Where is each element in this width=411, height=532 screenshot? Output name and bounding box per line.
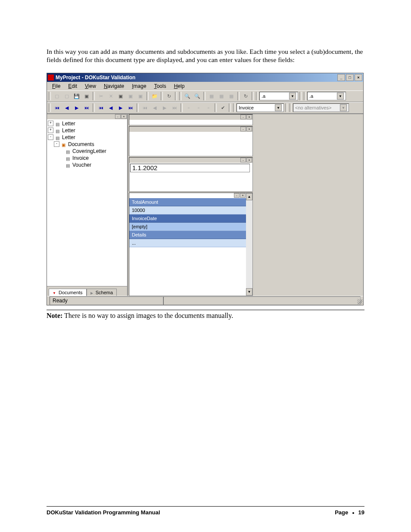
tree-item[interactable]: + ▤ Letter xyxy=(48,120,127,127)
tree-item[interactable]: ▤ CoveringLetter xyxy=(48,148,127,155)
field-value-invoicedate[interactable]: [empty] xyxy=(129,223,246,231)
tree-label: Voucher xyxy=(72,162,91,168)
field-header-totalamount[interactable]: TotalAmount xyxy=(129,198,246,206)
copy-icon[interactable]: ▣ xyxy=(116,91,125,101)
tab-documents[interactable]: ▼ Documents xyxy=(49,289,87,296)
mark3-icon[interactable]: ▫ xyxy=(204,103,213,112)
fit2-icon[interactable]: ▦ xyxy=(217,91,226,101)
panel-pin-icon[interactable]: - xyxy=(240,115,246,119)
alternatives-combo: <no alternatives> ▼ xyxy=(293,103,349,112)
nav-first-icon[interactable]: ⏮ xyxy=(52,103,62,112)
nav-next2-icon[interactable]: ▶ xyxy=(116,103,125,112)
field-value-input[interactable] xyxy=(130,164,250,172)
nav-first2-icon[interactable]: ⏮ xyxy=(96,103,106,112)
statusbar: Ready xyxy=(47,296,363,305)
rotate-icon[interactable]: ↻ xyxy=(241,91,250,101)
doctype-combo-value: Invoice xyxy=(239,105,254,110)
fit3-icon[interactable]: ▦ xyxy=(227,91,236,101)
expand-icon[interactable]: + xyxy=(48,121,53,126)
save-icon[interactable]: 💾 xyxy=(72,91,81,101)
tree-item[interactable]: ▤ Voucher xyxy=(48,162,127,168)
menubar: File Edit View Navigate Image Tools Help xyxy=(47,82,363,90)
saveall-icon[interactable]: ▣ xyxy=(82,91,91,101)
nav-prev2-icon[interactable]: ◀ xyxy=(106,103,115,112)
tree-label: Letter xyxy=(62,134,75,141)
panel-pin-icon[interactable]: - xyxy=(234,193,240,198)
doc-icon: ▤ xyxy=(65,162,71,168)
panel-pin-icon[interactable]: - xyxy=(240,158,246,162)
panel-close-icon[interactable]: × xyxy=(246,127,252,131)
nav-last3-icon[interactable]: ⏭ xyxy=(170,103,179,112)
field-value-totalamount[interactable]: 10000 xyxy=(129,206,246,215)
paste2-icon[interactable]: ▣ xyxy=(136,91,145,101)
menu-navigate[interactable]: Navigate xyxy=(100,82,128,90)
nav-prev-icon[interactable]: ◀ xyxy=(62,103,72,112)
nav-first3-icon[interactable]: ⏮ xyxy=(140,103,149,112)
tree-label: Letter xyxy=(62,120,75,127)
filter-combo-b-value: .a xyxy=(309,93,313,99)
menu-image[interactable]: Image xyxy=(128,82,149,90)
menu-edit[interactable]: Edit xyxy=(65,82,81,90)
image-viewer xyxy=(254,114,363,296)
menu-tools[interactable]: Tools xyxy=(151,82,170,90)
menu-file[interactable]: File xyxy=(49,82,64,90)
field-header-details[interactable]: Details xyxy=(129,231,246,239)
tree-label: Invoice xyxy=(72,155,89,162)
collapse-icon[interactable]: - xyxy=(48,134,53,140)
maximize-button[interactable]: □ xyxy=(346,74,354,81)
doc-icon: ▤ xyxy=(55,135,60,140)
app-window: MyProject - DOKuStar Validation _ □ × Fi… xyxy=(47,73,364,305)
panel-pin-icon[interactable]: - xyxy=(115,114,121,119)
scroll-down-icon[interactable]: ▼ xyxy=(246,288,252,296)
open-icon[interactable]: ▢ xyxy=(62,91,72,101)
panel-close-icon[interactable]: × xyxy=(246,158,252,162)
nav-last2-icon[interactable]: ⏭ xyxy=(126,103,135,112)
panel-close-icon[interactable]: × xyxy=(240,193,246,198)
zoom-out-icon[interactable]: 🔍 xyxy=(193,91,202,101)
folder-icon[interactable]: 📁 xyxy=(150,91,159,101)
tree-item[interactable]: - ▣ Documents xyxy=(48,141,127,148)
tab-schema[interactable]: ▶ Schema xyxy=(87,289,117,296)
nav-prev3-icon[interactable]: ◀ xyxy=(150,103,159,112)
scroll-up-icon[interactable]: ▲ xyxy=(246,193,252,200)
delete-icon[interactable]: ✕ xyxy=(106,91,115,101)
close-button[interactable]: × xyxy=(355,74,362,81)
mark2-icon[interactable]: ▫ xyxy=(194,103,203,112)
footer-page-num: 19 xyxy=(358,509,364,516)
tree-item[interactable]: ▤ Invoice xyxy=(48,155,127,162)
new-icon[interactable]: ▢ xyxy=(52,91,62,101)
tree-item[interactable]: - ▤ Letter xyxy=(48,134,127,141)
status-cell xyxy=(163,296,361,305)
mark1-icon[interactable]: ▫ xyxy=(184,103,193,112)
refresh-icon[interactable]: ↻ xyxy=(164,91,174,101)
tree-panel: - × + ▤ Letter + ▤ Letter - xyxy=(47,114,128,296)
nav-last-icon[interactable]: ⏭ xyxy=(82,103,91,112)
field-header-invoicedate[interactable]: InvoiceDate xyxy=(129,215,246,223)
panel-close-icon[interactable]: × xyxy=(121,114,127,119)
filter-combo-b[interactable]: .a ▼ xyxy=(307,92,346,100)
doctype-combo[interactable]: Invoice ▼ xyxy=(237,103,284,112)
titlebar: MyProject - DOKuStar Validation _ □ × xyxy=(47,73,363,82)
nav-next-icon[interactable]: ▶ xyxy=(72,103,81,112)
field-value-details[interactable]: ... xyxy=(129,239,246,247)
alternatives-combo-value: <no alternatives> xyxy=(295,105,331,110)
scrollbar[interactable]: ▲ ▼ xyxy=(246,193,252,296)
collapse-icon[interactable]: - xyxy=(54,141,59,147)
panel-close-icon[interactable]: × xyxy=(246,115,252,119)
expand-icon[interactable]: + xyxy=(48,128,53,133)
filter-combo-a[interactable]: .a ▼ xyxy=(259,92,298,100)
cut-icon[interactable]: ✂ xyxy=(96,91,106,101)
menu-view[interactable]: View xyxy=(81,82,100,90)
fit1-icon[interactable]: ▦ xyxy=(207,91,216,101)
paste-icon[interactable]: ▣ xyxy=(126,91,135,101)
zoom-in-icon[interactable]: 🔍 xyxy=(183,91,192,101)
minimize-button[interactable]: _ xyxy=(337,74,345,81)
menu-help[interactable]: Help xyxy=(171,82,188,90)
chevron-down-icon: ▼ xyxy=(337,93,344,100)
panel-pin-icon[interactable]: - xyxy=(240,127,246,131)
resize-grip-icon[interactable] xyxy=(357,299,362,304)
document-tree[interactable]: + ▤ Letter + ▤ Letter - ▤ Letter xyxy=(47,119,127,286)
nav-next3-icon[interactable]: ▶ xyxy=(160,103,169,112)
tree-item[interactable]: + ▤ Letter xyxy=(48,127,127,134)
spellcheck-icon[interactable]: ✔ xyxy=(218,103,227,112)
